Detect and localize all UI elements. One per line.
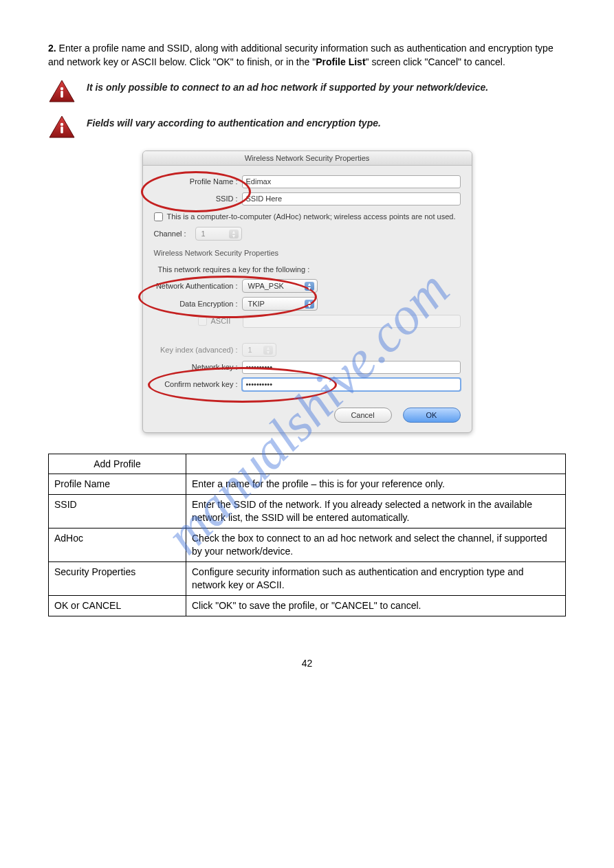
auth-select[interactable]: WPA_PSK ▲▼ xyxy=(242,279,318,293)
info-table: Add Profile Profile NameEnter a name for… xyxy=(48,454,566,616)
ssid-input[interactable] xyxy=(242,192,461,205)
dialog-screenshot: Wireless Network Security Properties Pro… xyxy=(142,151,472,433)
table-row: Profile NameEnter a name for the profile… xyxy=(49,474,566,495)
svg-point-4 xyxy=(61,122,63,125)
table-row: Security PropertiesConfigure security in… xyxy=(49,561,566,595)
key-index-select: 1 ▲▼ xyxy=(242,343,276,357)
ascii-checkbox xyxy=(198,317,207,326)
section-title: Wireless Network Security Properties xyxy=(154,249,461,257)
confirm-key-input[interactable] xyxy=(242,378,461,391)
table-row: Add Profile xyxy=(49,454,566,474)
channel-select[interactable]: 1 ▲▼ xyxy=(195,227,242,241)
note-2: Fields will vary according to authentica… xyxy=(48,115,566,140)
dialog-title: Wireless Network Security Properties xyxy=(143,151,472,166)
label-requires: This network requires a key for the foll… xyxy=(158,265,461,274)
table-row: SSIDEnter the SSID of the network. If yo… xyxy=(49,495,566,528)
label-ssid: SSID : xyxy=(154,194,242,203)
warning-icon xyxy=(48,115,81,140)
network-key-input[interactable] xyxy=(242,361,461,374)
warning-icon xyxy=(48,79,81,104)
page-number: 42 xyxy=(48,658,566,669)
label-ascii: ASCII xyxy=(211,317,243,325)
table-header: Add Profile xyxy=(49,454,186,474)
ascii-input xyxy=(243,315,461,328)
label-confirm-key: Confirm network key : xyxy=(154,380,242,388)
note-1: It is only possible to connect to an ad … xyxy=(48,79,566,104)
step-paragraph: 2. Enter a profile name and SSID, along … xyxy=(48,41,566,69)
label-auth: Network Authentication : xyxy=(154,282,242,290)
adhoc-checkbox[interactable] xyxy=(154,212,163,221)
label-channel: Channel : xyxy=(154,230,195,238)
cancel-button[interactable]: Cancel xyxy=(334,408,392,423)
note-1-text: It is only possible to connect to an ad … xyxy=(87,79,566,94)
table-row: AdHocCheck the box to connect to an ad h… xyxy=(49,528,566,562)
label-net-key: Network key : xyxy=(154,363,242,371)
note-2-text: Fields will vary according to authentica… xyxy=(87,115,566,130)
svg-rect-2 xyxy=(61,91,63,98)
svg-point-1 xyxy=(61,87,63,89)
label-adhoc: This is a computer-to-computer (AdHoc) n… xyxy=(167,212,456,221)
profile-name-input[interactable] xyxy=(242,175,461,188)
svg-rect-5 xyxy=(61,126,63,133)
enc-select[interactable]: TKIP ▲▼ xyxy=(242,297,318,311)
step-text-b: " screen click "Cancel" to cancel. xyxy=(366,56,505,67)
label-key-index: Key index (advanced) : xyxy=(154,346,242,354)
ok-button[interactable]: OK xyxy=(403,408,461,423)
step-number: 2. xyxy=(48,43,56,54)
table-header xyxy=(186,454,566,474)
label-profile-name: Profile Name : xyxy=(154,177,242,186)
profile-list-bold: Profile List xyxy=(316,56,365,67)
label-enc: Data Encryption : xyxy=(154,300,242,308)
table-row: OK or CANCELClick "OK" to save the profi… xyxy=(49,595,566,616)
